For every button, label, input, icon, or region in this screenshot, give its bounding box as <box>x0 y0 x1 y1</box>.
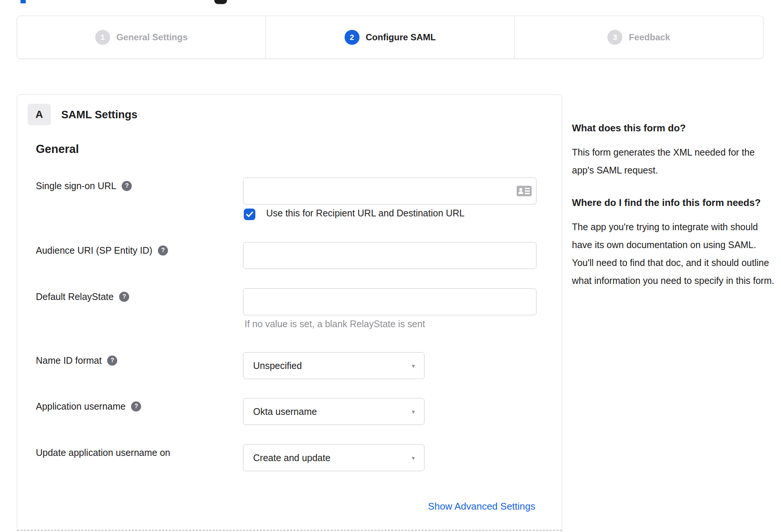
relaystate-label-row: Default RelayState ? <box>36 290 129 303</box>
cropped-logo-fragment <box>21 0 26 3</box>
audience-uri-label: Audience URI (SP Entity ID) <box>36 245 152 256</box>
help-icon[interactable]: ? <box>158 245 168 256</box>
step-3-label: Feedback <box>629 32 670 43</box>
update-username-label-row: Update application username on <box>36 446 170 459</box>
help-heading-2: Where do I find the info this form needs… <box>572 194 778 211</box>
sso-url-label-row: Single sign-on URL ? <box>36 179 132 193</box>
name-id-format-label-row: Name ID format ? <box>36 354 117 367</box>
step-feedback[interactable]: 3 Feedback <box>514 16 763 59</box>
relaystate-helper-text: If no value is set, a blank RelayState i… <box>245 319 425 329</box>
cropped-icon-fragment <box>214 0 227 4</box>
update-username-value: Create and update <box>253 453 330 463</box>
audience-uri-input[interactable] <box>243 242 536 269</box>
step-1-label: General Settings <box>116 32 188 43</box>
update-username-select[interactable]: Create and update ▼ <box>243 444 424 471</box>
audience-uri-label-row: Audience URI (SP Entity ID) ? <box>36 244 168 257</box>
help-icon[interactable]: ? <box>107 356 117 366</box>
sso-url-input[interactable] <box>243 178 536 204</box>
show-advanced-settings-link[interactable]: Show Advanced Settings <box>428 501 535 512</box>
help-sidebar: What does this form do? This form genera… <box>572 119 778 290</box>
chevron-down-icon: ▼ <box>411 455 416 461</box>
app-username-label-row: Application username ? <box>36 400 141 413</box>
help-icon[interactable]: ? <box>122 181 132 191</box>
chevron-down-icon: ▼ <box>411 409 416 415</box>
name-id-format-value: Unspecified <box>253 360 302 371</box>
contact-card-icon <box>516 185 532 197</box>
name-id-format-label: Name ID format <box>36 355 102 366</box>
section-divider <box>17 530 562 531</box>
relaystate-input[interactable] <box>243 288 536 315</box>
relaystate-label: Default RelayState <box>36 291 113 302</box>
step-configure-saml[interactable]: 2 Configure SAML <box>265 16 514 59</box>
app-username-value: Okta username <box>253 406 317 417</box>
step-1-number: 1 <box>95 30 110 45</box>
section-title: SAML Settings <box>61 104 137 125</box>
help-icon[interactable]: ? <box>131 401 141 411</box>
help-body-1: This form generates the XML needed for t… <box>572 143 778 179</box>
help-body-2: The app you're trying to integrate with … <box>572 218 778 290</box>
step-3-number: 3 <box>607 30 622 45</box>
app-username-select[interactable]: Okta username ▼ <box>243 398 424 425</box>
help-icon[interactable]: ? <box>119 292 129 302</box>
sso-url-label: Single sign-on URL <box>36 181 116 191</box>
checkmark-icon <box>246 212 253 217</box>
update-username-label: Update application username on <box>36 447 170 458</box>
help-heading-1: What does this form do? <box>572 119 778 137</box>
section-badge: A <box>28 104 51 125</box>
step-2-label: Configure SAML <box>366 32 436 43</box>
step-general-settings[interactable]: 1 General Settings <box>17 16 265 59</box>
general-group-heading: General <box>36 143 79 156</box>
saml-settings-panel: A SAML Settings General Single sign-on U… <box>17 94 562 532</box>
use-for-recipient-label: Use this for Recipient URL and Destinati… <box>266 208 464 219</box>
wizard-stepper: 1 General Settings 2 Configure SAML 3 Fe… <box>17 16 763 59</box>
use-for-recipient-checkbox[interactable] <box>244 209 255 220</box>
name-id-format-select[interactable]: Unspecified ▼ <box>243 352 424 379</box>
chevron-down-icon: ▼ <box>411 363 416 369</box>
app-username-label: Application username <box>36 401 125 412</box>
step-2-number: 2 <box>345 30 360 45</box>
